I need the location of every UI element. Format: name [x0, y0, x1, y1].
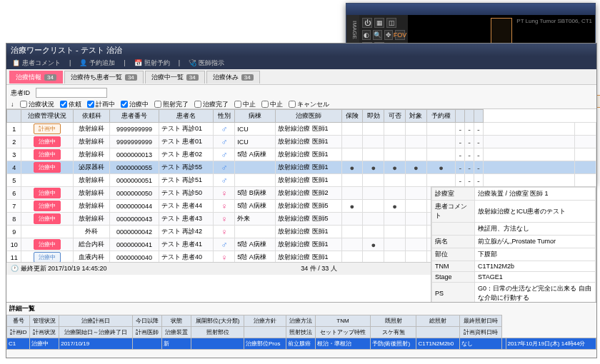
cell-mark [341, 226, 363, 238]
column-header[interactable]: 対象 [406, 110, 427, 123]
filter-checkbox[interactable] [194, 101, 201, 108]
cell-patient-name: テスト 患者40 [159, 251, 214, 263]
cell-mark [406, 251, 427, 263]
cell-patient-name: テスト 再診42 [159, 226, 214, 238]
cell-mark [363, 136, 384, 148]
filter-checkbox[interactable] [87, 101, 94, 108]
plan-row-selected[interactable]: C1治療中2017/10/19新治療部位Pros前立腺癌根治・準根治予防(術後照… [7, 338, 596, 350]
tab-治療休み[interactable]: 治療休み34 [206, 71, 260, 84]
cell-mark: - [474, 174, 483, 187]
toolbar-label: 予約追加 [89, 59, 115, 68]
filter-キャンセル[interactable]: キャンセル [289, 100, 329, 109]
tab-治療情報[interactable]: 治療情報34 [9, 71, 63, 84]
tab-治療待ち患者一覧[interactable]: 治療待ち患者一覧34 [64, 71, 144, 84]
filter-checkbox[interactable] [20, 101, 27, 108]
plan-column-header: 番号 [7, 315, 30, 327]
column-header[interactable]: 治療医師 [276, 110, 342, 123]
cell-patient-id: 9999999999 [110, 123, 159, 136]
column-header[interactable]: 患者名 [159, 110, 214, 123]
filter-中止[interactable]: 中止 [261, 100, 283, 109]
filter-checkbox[interactable] [154, 101, 161, 108]
tab-治療中一覧[interactable]: 治療中一覧34 [145, 71, 205, 84]
column-header[interactable]: 病棟 [235, 110, 276, 123]
column-header[interactable]: 治療管理状況 [21, 110, 74, 123]
cell-mark: - [456, 136, 465, 148]
filter-治療中[interactable]: 治療中 [121, 100, 149, 109]
patient-id-input[interactable] [36, 88, 107, 98]
power-icon[interactable]: ⏻ [362, 18, 372, 28]
worklist-row[interactable]: 3治療中放射線科0000000013テスト 患者02♂5階 A病棟放射線治療 医… [7, 148, 596, 161]
zoom-icon[interactable]: 🔍 [373, 30, 382, 40]
cell-ward: 5階 A病棟 [235, 238, 276, 251]
filter-治療状況[interactable]: 治療状況 [20, 100, 54, 109]
cell-doctor: 放射線治療 医師1 [276, 238, 342, 251]
cell-patient-id: 0000000041 [110, 238, 159, 251]
filter-治療完了[interactable]: 治療完了 [194, 100, 229, 109]
cell-ward: 5階 A病棟 [235, 251, 276, 263]
cell-patient-id: 0000000051 [110, 174, 159, 187]
cell-mark [483, 174, 574, 187]
detail-key: 部位 [432, 248, 475, 261]
layout-icon[interactable]: ◫ [386, 18, 396, 28]
status-badge: 治療中 [34, 213, 61, 224]
cell-mark [363, 123, 384, 136]
cell-mark [406, 123, 427, 136]
filter-checkbox[interactable] [289, 101, 296, 108]
fov-label: FOV [395, 30, 405, 40]
cell-mark [384, 238, 406, 251]
filter-checkbox[interactable] [261, 101, 269, 108]
cell-mark [406, 226, 427, 238]
plan-column-header: 治療方法 [286, 315, 316, 327]
tab-label: 治療待ち患者一覧 [71, 73, 122, 82]
column-header[interactable] [465, 110, 474, 123]
column-header[interactable]: 患者番号 [110, 110, 159, 123]
male-icon: ♂ [221, 176, 227, 186]
pan-icon[interactable]: ✥ [384, 30, 393, 40]
detail-row: 患者コメント放射線治療とICU患者のテスト [432, 201, 596, 223]
worklist-row[interactable]: 1計画中放射線科9999999999テスト 再診01♂ICU放射線治療 医師1-… [7, 123, 596, 136]
cell-mark [341, 213, 363, 226]
cell-mark [406, 174, 427, 187]
grid-icon[interactable]: ▦ [374, 18, 384, 28]
filter-計画中[interactable]: 計画中 [87, 100, 115, 109]
plan-cell: 予防(術後照射) [370, 338, 416, 350]
worklist-row[interactable]: 5放射線科0000000051テスト 再診51♂放射線治療 医師1--- [7, 174, 596, 187]
plan-column-header: 照射部位 [191, 327, 244, 338]
plan-column-header: 既照射 [370, 315, 416, 327]
filter-依頼[interactable]: 依頼 [60, 100, 81, 109]
column-header[interactable]: 依頼科 [74, 110, 110, 123]
filter-checkbox[interactable] [234, 101, 241, 108]
column-header[interactable]: 可否 [384, 110, 406, 123]
side-tab-image[interactable]: IMAGE [346, 15, 359, 46]
cell-mark: - [474, 136, 483, 148]
plan-cell: C1 [7, 338, 30, 350]
toolbar-doctor-order[interactable]: 🩺 医師指示 [189, 59, 224, 68]
cell-patient-name: テスト 患者02 [159, 148, 214, 161]
column-header[interactable]: 予約種 [426, 110, 456, 123]
worklist-row[interactable]: 2治療中放射線科9999999999テスト 患者01♂ICU放射線治療 医師1-… [7, 136, 596, 148]
plan-detail-header: 詳細一覧 [6, 303, 596, 315]
column-header[interactable]: 性別 [214, 110, 235, 123]
column-header[interactable]: 即効 [363, 110, 384, 123]
column-header[interactable] [7, 110, 21, 123]
plan-column-header: 治療装置 [162, 327, 191, 338]
window-title-bar[interactable]: 治療ワークリスト - テスト 治治 [6, 44, 596, 56]
detail-key [432, 223, 475, 236]
filter-中止[interactable]: 中止 [234, 100, 256, 109]
cell-mark: ● [426, 161, 456, 174]
worklist-row[interactable]: 4治療中泌尿器科0000000055テスト 再診55♂放射線治療 医師1●●●●… [7, 161, 596, 174]
column-header[interactable]: 保険 [341, 110, 363, 123]
viewer-title-bar[interactable] [346, 4, 595, 15]
contrast-icon[interactable]: ◐ [362, 30, 371, 40]
toolbar-add-reservation[interactable]: 👤 予約追加 [79, 59, 115, 68]
cell-mark [574, 136, 596, 148]
toolbar-irradiation-schedule[interactable]: 📅 照射予約 [134, 59, 170, 68]
column-header[interactable] [474, 110, 483, 123]
filter-checkbox[interactable] [121, 101, 128, 108]
filter-checkbox[interactable] [60, 101, 67, 108]
detail-value: 治療装置 / 治療室 医師 1 [475, 188, 596, 201]
plan-column-header: 治療方針 [244, 315, 286, 327]
filter-照射完了[interactable]: 照射完了 [154, 100, 189, 109]
toolbar-patient-comment[interactable]: 📋 患者コメント [12, 59, 61, 68]
column-header[interactable] [456, 110, 465, 123]
